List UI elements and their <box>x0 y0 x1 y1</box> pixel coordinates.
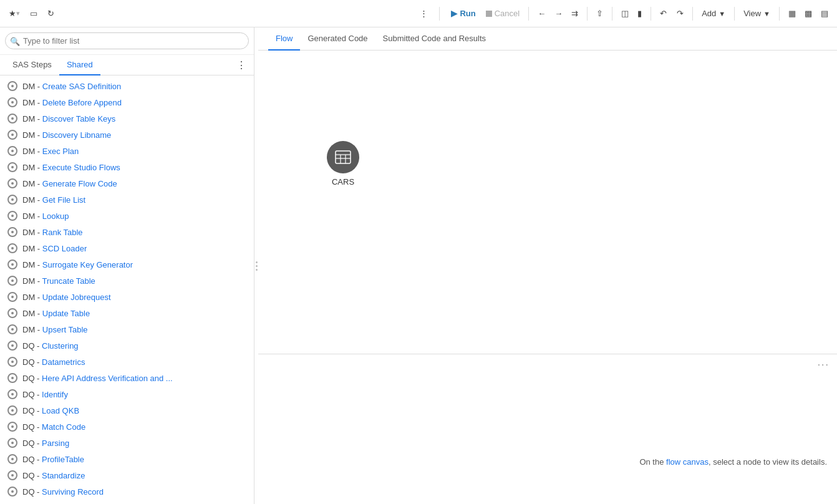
list-item[interactable]: DQ - Surviving Record <box>0 483 254 500</box>
list-item[interactable]: DM - Delete Before Append <box>0 94 254 110</box>
layout-buttons: ▦ ▩ ▤ <box>785 6 832 21</box>
cars-node[interactable]: CARS <box>327 141 359 187</box>
step-type-icon <box>7 405 17 415</box>
more-dots-icon: ⋮ <box>420 9 428 18</box>
list-item[interactable]: DM - Truncate Table <box>0 273 254 289</box>
list-item[interactable]: DQ - ProfileTable <box>0 451 254 467</box>
list-item[interactable]: DM - Generate Flow Code <box>0 175 254 191</box>
refresh-icon: ↻ <box>47 9 54 18</box>
canvas-dots-menu[interactable]: ... <box>818 357 830 368</box>
tab-flow[interactable]: Flow <box>268 27 300 51</box>
step-label: DQ - Identify <box>22 390 68 399</box>
list-item[interactable]: DM - Update Jobrequest <box>0 289 254 305</box>
run-icon: ▶ <box>451 9 457 18</box>
step-type-icon <box>7 162 17 172</box>
layout-split-button[interactable]: ▤ <box>817 6 832 21</box>
step-type-icon <box>7 178 17 188</box>
redo-icon: ↷ <box>677 9 684 18</box>
add-button[interactable]: Add ▼ <box>698 6 729 21</box>
list-item[interactable]: DM - Create SAS Definition <box>0 78 254 94</box>
step-label: DQ - Standardize <box>22 471 85 480</box>
list-item[interactable]: DM - Execute Studio Flows <box>0 159 254 175</box>
back-button[interactable]: ← <box>534 6 549 21</box>
step-label: DQ - Datametrics <box>22 357 85 367</box>
list-item[interactable]: DM - SCD Loader <box>0 240 254 256</box>
tab-sas-steps[interactable]: SAS Steps <box>5 55 59 75</box>
step-label: DM - Lookup <box>22 211 69 221</box>
right-panel: Flow Generated Code Submitted Code and R… <box>258 27 837 504</box>
step-type-icon <box>7 146 17 156</box>
list-item[interactable]: DQ - Parsing <box>0 435 254 451</box>
step-label: DM - Rank Table <box>22 228 83 237</box>
step-label: DM - Truncate Table <box>22 276 95 286</box>
list-item[interactable]: DM - Exec Plan <box>0 143 254 159</box>
step-label: DM - Generate Flow Code <box>22 179 117 188</box>
list-item[interactable]: DM - Discovery Libname <box>0 127 254 143</box>
stop-icon <box>486 11 492 17</box>
step-type-icon <box>7 195 17 205</box>
panel-view-button[interactable]: ▮ <box>634 6 646 21</box>
filter-input[interactable] <box>5 32 249 49</box>
grid-view-button[interactable]: ◫ <box>617 6 632 21</box>
details-hint: On the flow canvas, select a node to vie… <box>639 457 827 467</box>
layout-tile-button[interactable]: ▦ <box>785 6 800 21</box>
step-type-icon <box>7 227 17 237</box>
step-label: DM - Execute Studio Flows <box>22 163 120 172</box>
step-label: DM - SCD Loader <box>22 244 87 253</box>
list-item[interactable]: DM - Update Table <box>0 305 254 321</box>
cars-node-icon <box>327 141 359 173</box>
upload-button[interactable]: ⇧ <box>593 6 607 21</box>
list-item[interactable]: DM - Get File List <box>0 191 254 208</box>
list-item[interactable]: DM - Discover Table Keys <box>0 110 254 127</box>
step-label: DM - Upsert Table <box>22 325 88 334</box>
content-tabs: Flow Generated Code Submitted Code and R… <box>258 27 837 51</box>
refresh-button[interactable]: ↻ <box>44 6 58 21</box>
left-panel: 🔍 SAS Steps Shared ⋮ DM - Create SAS Def… <box>0 27 254 504</box>
step-type-icon <box>7 130 17 140</box>
copy-icon: ▭ <box>30 9 37 18</box>
list-item[interactable]: DM - Surrogate Key Generator <box>0 256 254 273</box>
tab-shared[interactable]: Shared <box>59 55 100 75</box>
step-label: DQ - Parsing <box>22 439 69 448</box>
step-label: DM - Discover Table Keys <box>22 114 115 124</box>
list-item[interactable]: DQ - Datametrics <box>0 354 254 370</box>
list-item[interactable]: DQ - Standardize <box>0 467 254 483</box>
list-item[interactable]: DQ - Load QKB <box>0 402 254 419</box>
layout-panel-button[interactable]: ▩ <box>801 6 816 21</box>
skip-button[interactable]: ⇉ <box>568 6 582 21</box>
main-layout: 🔍 SAS Steps Shared ⋮ DM - Create SAS Def… <box>0 27 837 504</box>
run-button[interactable]: ▶ Run <box>447 6 479 21</box>
flow-canvas[interactable]: CARS ... On the flow canvas, select a no… <box>258 51 837 504</box>
tab-submitted-code[interactable]: Submitted Code and Results <box>375 27 493 51</box>
list-item[interactable]: DM - Lookup <box>0 208 254 224</box>
step-type-icon <box>7 276 17 286</box>
list-item[interactable]: DQ - Here API Address Verification and .… <box>0 370 254 386</box>
more-options-button[interactable]: ⋮ <box>416 6 432 21</box>
step-label: DM - Surrogate Key Generator <box>22 260 133 269</box>
step-type-icon <box>7 454 17 464</box>
list-item[interactable]: DQ - Match Code <box>0 419 254 435</box>
step-label: DM - Delete Before Append <box>22 98 122 107</box>
list-item[interactable]: DM - Upsert Table <box>0 321 254 337</box>
forward-step-button[interactable]: → <box>551 6 566 21</box>
step-label: DQ - Match Code <box>22 422 85 432</box>
copy-button[interactable]: ▭ <box>26 6 41 21</box>
step-type-icon <box>7 422 17 432</box>
panel-tab-more-button[interactable]: ⋮ <box>234 57 249 74</box>
star-button[interactable]: ★ ▾ <box>5 6 24 21</box>
redo-button[interactable]: ↷ <box>673 6 687 21</box>
list-item[interactable]: DM - Rank Table <box>0 224 254 240</box>
undo-button[interactable]: ↶ <box>656 6 670 21</box>
tab-generated-code[interactable]: Generated Code <box>300 27 375 51</box>
step-label: DQ - Surviving Record <box>22 487 104 497</box>
step-label: DM - Exec Plan <box>22 147 79 156</box>
steps-list: DM - Create SAS DefinitionDM - Delete Be… <box>0 75 254 504</box>
view-controls: ◫ ▮ <box>617 6 646 21</box>
step-label: DM - Get File List <box>22 195 85 205</box>
step-type-icon <box>7 211 17 221</box>
cancel-button[interactable]: Cancel <box>482 6 523 21</box>
list-item[interactable]: DQ - Identify <box>0 386 254 402</box>
list-item[interactable]: DQ - Clustering <box>0 337 254 354</box>
canvas-divider <box>258 354 837 354</box>
view-button[interactable]: View ▼ <box>740 6 774 21</box>
